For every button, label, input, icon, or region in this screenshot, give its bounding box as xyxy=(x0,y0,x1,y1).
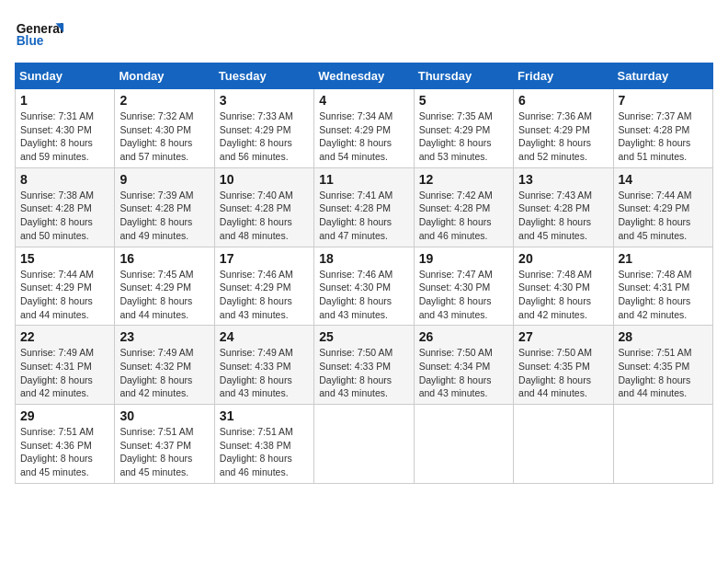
calendar-table: SundayMondayTuesdayWednesdayThursdayFrid… xyxy=(15,63,713,484)
cell-info: Sunrise: 7:50 AMSunset: 4:34 PMDaylight:… xyxy=(419,346,508,400)
calendar-cell xyxy=(414,405,513,484)
calendar-cell: 18Sunrise: 7:46 AMSunset: 4:30 PMDayligh… xyxy=(314,247,414,326)
day-number: 30 xyxy=(119,408,209,423)
day-number: 18 xyxy=(319,251,408,266)
day-number: 12 xyxy=(419,172,508,187)
cell-info: Sunrise: 7:44 AMSunset: 4:29 PMDaylight:… xyxy=(619,189,708,243)
day-number: 24 xyxy=(220,329,309,344)
day-number: 15 xyxy=(20,251,109,266)
cell-info: Sunrise: 7:38 AMSunset: 4:28 PMDaylight:… xyxy=(20,189,109,243)
cell-info: Sunrise: 7:50 AMSunset: 4:35 PMDaylight:… xyxy=(518,346,608,400)
logo-svg: General Blue xyxy=(15,15,70,52)
day-number: 17 xyxy=(220,251,309,266)
calendar-cell: 30Sunrise: 7:51 AMSunset: 4:37 PMDayligh… xyxy=(115,405,214,484)
weekday-header-monday: Monday xyxy=(115,63,214,89)
day-number: 3 xyxy=(220,93,309,108)
day-number: 6 xyxy=(518,93,608,108)
cell-info: Sunrise: 7:35 AMSunset: 4:29 PMDaylight:… xyxy=(419,109,508,164)
calendar-cell: 5Sunrise: 7:35 AMSunset: 4:29 PMDaylight… xyxy=(414,89,513,168)
calendar-cell: 12Sunrise: 7:42 AMSunset: 4:28 PMDayligh… xyxy=(414,167,513,247)
calendar-cell: 9Sunrise: 7:39 AMSunset: 4:28 PMDaylight… xyxy=(115,167,214,247)
calendar-cell: 8Sunrise: 7:38 AMSunset: 4:28 PMDaylight… xyxy=(16,167,115,247)
cell-info: Sunrise: 7:47 AMSunset: 4:30 PMDaylight:… xyxy=(419,268,508,322)
day-number: 2 xyxy=(119,93,209,108)
calendar-cell: 14Sunrise: 7:44 AMSunset: 4:29 PMDayligh… xyxy=(613,167,712,247)
calendar-cell xyxy=(613,405,712,484)
day-number: 7 xyxy=(619,93,708,108)
calendar-cell: 6Sunrise: 7:36 AMSunset: 4:29 PMDaylight… xyxy=(514,89,613,168)
weekday-header-tuesday: Tuesday xyxy=(214,63,313,89)
calendar-cell: 10Sunrise: 7:40 AMSunset: 4:28 PMDayligh… xyxy=(214,167,313,247)
calendar-cell: 22Sunrise: 7:49 AMSunset: 4:31 PMDayligh… xyxy=(16,326,115,405)
calendar-cell: 25Sunrise: 7:50 AMSunset: 4:33 PMDayligh… xyxy=(314,326,414,405)
cell-info: Sunrise: 7:46 AMSunset: 4:30 PMDaylight:… xyxy=(319,268,408,322)
day-number: 9 xyxy=(119,172,209,187)
page-header: General Blue xyxy=(15,15,713,52)
calendar-cell: 1Sunrise: 7:31 AMSunset: 4:30 PMDaylight… xyxy=(16,89,115,168)
calendar-cell: 21Sunrise: 7:48 AMSunset: 4:31 PMDayligh… xyxy=(613,247,712,326)
day-number: 31 xyxy=(220,408,309,423)
day-number: 28 xyxy=(619,329,708,344)
calendar-week-2: 8Sunrise: 7:38 AMSunset: 4:28 PMDaylight… xyxy=(16,167,713,247)
day-number: 22 xyxy=(20,329,109,344)
day-number: 19 xyxy=(419,251,508,266)
cell-info: Sunrise: 7:49 AMSunset: 4:33 PMDaylight:… xyxy=(220,346,309,400)
day-number: 10 xyxy=(220,172,309,187)
cell-info: Sunrise: 7:39 AMSunset: 4:28 PMDaylight:… xyxy=(119,189,209,243)
logo: General Blue xyxy=(15,15,70,52)
cell-info: Sunrise: 7:51 AMSunset: 4:38 PMDaylight:… xyxy=(220,425,309,479)
cell-info: Sunrise: 7:49 AMSunset: 4:32 PMDaylight:… xyxy=(119,346,209,400)
weekday-header-thursday: Thursday xyxy=(414,63,513,89)
calendar-cell: 27Sunrise: 7:50 AMSunset: 4:35 PMDayligh… xyxy=(514,326,613,405)
calendar-cell: 29Sunrise: 7:51 AMSunset: 4:36 PMDayligh… xyxy=(16,405,115,484)
calendar-cell: 31Sunrise: 7:51 AMSunset: 4:38 PMDayligh… xyxy=(214,405,313,484)
cell-info: Sunrise: 7:51 AMSunset: 4:36 PMDaylight:… xyxy=(20,425,109,479)
day-number: 4 xyxy=(319,93,408,108)
day-number: 11 xyxy=(319,172,408,187)
cell-info: Sunrise: 7:42 AMSunset: 4:28 PMDaylight:… xyxy=(419,189,508,243)
cell-info: Sunrise: 7:32 AMSunset: 4:30 PMDaylight:… xyxy=(119,109,209,164)
calendar-cell: 3Sunrise: 7:33 AMSunset: 4:29 PMDaylight… xyxy=(214,89,313,168)
day-number: 27 xyxy=(518,329,608,344)
cell-info: Sunrise: 7:33 AMSunset: 4:29 PMDaylight:… xyxy=(220,109,309,164)
calendar-week-4: 22Sunrise: 7:49 AMSunset: 4:31 PMDayligh… xyxy=(16,326,713,405)
cell-info: Sunrise: 7:49 AMSunset: 4:31 PMDaylight:… xyxy=(20,346,109,400)
day-number: 20 xyxy=(518,251,608,266)
svg-text:Blue: Blue xyxy=(17,34,44,48)
cell-info: Sunrise: 7:40 AMSunset: 4:28 PMDaylight:… xyxy=(220,189,309,243)
day-number: 1 xyxy=(20,93,109,108)
day-number: 26 xyxy=(419,329,508,344)
calendar-week-5: 29Sunrise: 7:51 AMSunset: 4:36 PMDayligh… xyxy=(16,405,713,484)
cell-info: Sunrise: 7:51 AMSunset: 4:35 PMDaylight:… xyxy=(619,346,708,400)
weekday-header-sunday: Sunday xyxy=(16,63,115,89)
weekday-header-saturday: Saturday xyxy=(613,63,712,89)
calendar-header-row: SundayMondayTuesdayWednesdayThursdayFrid… xyxy=(16,63,713,89)
cell-info: Sunrise: 7:31 AMSunset: 4:30 PMDaylight:… xyxy=(20,109,109,164)
weekday-header-wednesday: Wednesday xyxy=(314,63,414,89)
cell-info: Sunrise: 7:51 AMSunset: 4:37 PMDaylight:… xyxy=(119,425,209,479)
cell-info: Sunrise: 7:50 AMSunset: 4:33 PMDaylight:… xyxy=(319,346,408,400)
calendar-cell: 7Sunrise: 7:37 AMSunset: 4:28 PMDaylight… xyxy=(613,89,712,168)
calendar-cell: 2Sunrise: 7:32 AMSunset: 4:30 PMDaylight… xyxy=(115,89,214,168)
calendar-cell: 4Sunrise: 7:34 AMSunset: 4:29 PMDaylight… xyxy=(314,89,414,168)
calendar-cell: 13Sunrise: 7:43 AMSunset: 4:28 PMDayligh… xyxy=(514,167,613,247)
calendar-cell: 20Sunrise: 7:48 AMSunset: 4:30 PMDayligh… xyxy=(514,247,613,326)
day-number: 29 xyxy=(20,408,109,423)
calendar-cell: 16Sunrise: 7:45 AMSunset: 4:29 PMDayligh… xyxy=(115,247,214,326)
day-number: 21 xyxy=(619,251,708,266)
day-number: 23 xyxy=(119,329,209,344)
cell-info: Sunrise: 7:44 AMSunset: 4:29 PMDaylight:… xyxy=(20,268,109,322)
cell-info: Sunrise: 7:37 AMSunset: 4:28 PMDaylight:… xyxy=(619,109,708,164)
calendar-cell: 17Sunrise: 7:46 AMSunset: 4:29 PMDayligh… xyxy=(214,247,313,326)
calendar-cell: 26Sunrise: 7:50 AMSunset: 4:34 PMDayligh… xyxy=(414,326,513,405)
calendar-cell xyxy=(314,405,414,484)
calendar-cell: 11Sunrise: 7:41 AMSunset: 4:28 PMDayligh… xyxy=(314,167,414,247)
cell-info: Sunrise: 7:41 AMSunset: 4:28 PMDaylight:… xyxy=(319,189,408,243)
weekday-header-friday: Friday xyxy=(514,63,613,89)
cell-info: Sunrise: 7:46 AMSunset: 4:29 PMDaylight:… xyxy=(220,268,309,322)
calendar-cell: 19Sunrise: 7:47 AMSunset: 4:30 PMDayligh… xyxy=(414,247,513,326)
cell-info: Sunrise: 7:43 AMSunset: 4:28 PMDaylight:… xyxy=(518,189,608,243)
cell-info: Sunrise: 7:45 AMSunset: 4:29 PMDaylight:… xyxy=(119,268,209,322)
day-number: 5 xyxy=(419,93,508,108)
cell-info: Sunrise: 7:36 AMSunset: 4:29 PMDaylight:… xyxy=(518,109,608,164)
